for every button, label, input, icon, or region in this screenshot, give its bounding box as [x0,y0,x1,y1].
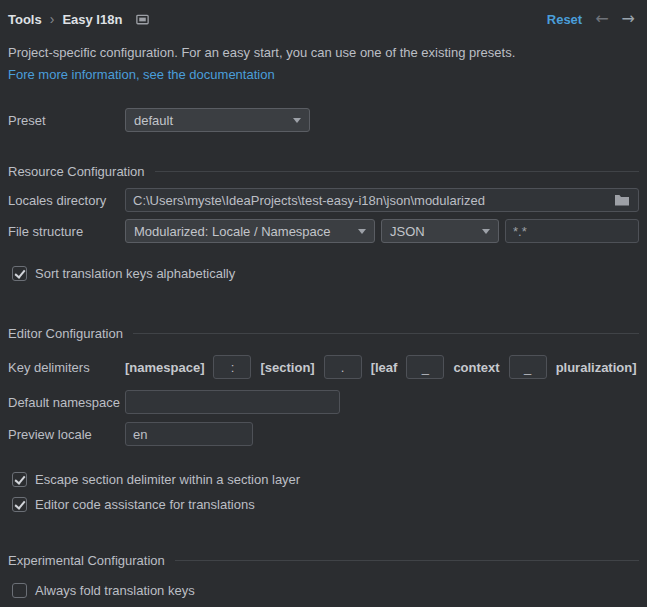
preset-row: Preset default [8,108,639,132]
chevron-down-icon [358,229,366,234]
preview-locale-input[interactable] [125,422,253,446]
file-structure-selected-value: Modularized: Locale / Namespace [134,224,331,239]
pluralization-token: pluralization] [556,360,637,375]
sort-keys-label: Sort translation keys alphabetically [35,266,235,281]
context-token: context [453,360,499,375]
file-pattern-input[interactable] [505,219,639,243]
file-format-select[interactable]: JSON [381,219,499,243]
key-delimiters-fields: [namespace] [section] [leaf context plur… [125,355,637,379]
context-delimiter-input[interactable] [406,355,444,379]
breadcrumb: Tools › Easy I18n [8,12,150,27]
resource-configuration-section: Resource Configuration [8,164,639,179]
browse-folder-icon[interactable] [612,193,632,207]
page-description: Project-specific configuration. For an e… [8,45,639,60]
escape-delimiter-checkbox-row[interactable]: Escape section delimiter within a sectio… [12,470,639,488]
editor-configuration-section: Editor Configuration [8,326,639,341]
preview-locale-label: Preview locale [8,427,125,442]
code-assistance-checkbox-row[interactable]: Editor code assistance for translations [12,495,639,513]
file-structure-label: File structure [8,224,125,239]
plugin-window-icon [135,12,150,27]
header-actions: Reset ← → [547,11,639,27]
section-token: [section] [260,360,314,375]
code-assistance-label: Editor code assistance for translations [35,497,255,512]
fold-keys-checkbox[interactable] [12,583,27,598]
escape-delimiter-checkbox[interactable] [12,472,27,487]
editor-section-title: Editor Configuration [8,326,123,341]
file-format-selected-value: JSON [390,224,425,239]
reset-button[interactable]: Reset [547,12,582,27]
key-delimiters-label: Key delimiters [8,360,125,375]
file-structure-select[interactable]: Modularized: Locale / Namespace [125,219,375,243]
settings-header: Tools › Easy I18n Reset ← → [8,10,639,28]
fold-keys-label: Always fold translation keys [35,583,195,598]
default-namespace-input[interactable] [125,390,340,414]
locales-directory-row: Locales directory [8,188,639,212]
locales-directory-label: Locales directory [8,193,125,208]
breadcrumb-easy-i18n: Easy I18n [62,12,122,27]
plural-delimiter-input[interactable] [509,355,547,379]
resource-section-title: Resource Configuration [8,164,145,179]
fold-keys-checkbox-row[interactable]: Always fold translation keys [12,581,639,599]
breadcrumb-separator-icon: › [50,12,55,26]
leaf-token: [leaf [371,360,398,375]
chevron-down-icon [293,118,301,123]
experimental-configuration-section: Experimental Configuration [8,553,639,568]
namespace-token: [namespace] [125,360,204,375]
preset-label: Preset [8,113,125,128]
file-structure-row: File structure Modularized: Locale / Nam… [8,219,639,243]
namespace-delimiter-input[interactable] [213,355,251,379]
sort-keys-checkbox[interactable] [12,266,27,281]
key-delimiters-row: Key delimiters [namespace] [section] [le… [8,355,639,379]
preset-select[interactable]: default [125,108,310,132]
locales-directory-input[interactable] [126,189,612,211]
breadcrumb-tools[interactable]: Tools [8,12,42,27]
chevron-down-icon [482,229,490,234]
section-divider [155,171,639,172]
forward-arrow-icon[interactable]: → [622,11,635,27]
section-delimiter-input[interactable] [324,355,362,379]
default-namespace-label: Default namespace [8,395,125,410]
escape-delimiter-label: Escape section delimiter within a sectio… [35,472,300,487]
section-divider [133,333,639,334]
documentation-link[interactable]: Fore more information, see the documenta… [8,67,275,82]
locales-directory-field [125,188,639,212]
easy-i18n-settings-page: Tools › Easy I18n Reset ← → Project-spec… [0,0,647,607]
section-divider [175,560,639,561]
sort-keys-checkbox-row[interactable]: Sort translation keys alphabetically [12,264,639,282]
preset-selected-value: default [134,113,173,128]
default-namespace-row: Default namespace [8,390,639,414]
back-arrow-icon[interactable]: ← [595,11,608,27]
preview-locale-row: Preview locale [8,422,639,446]
experimental-section-title: Experimental Configuration [8,553,165,568]
code-assistance-checkbox[interactable] [12,497,27,512]
